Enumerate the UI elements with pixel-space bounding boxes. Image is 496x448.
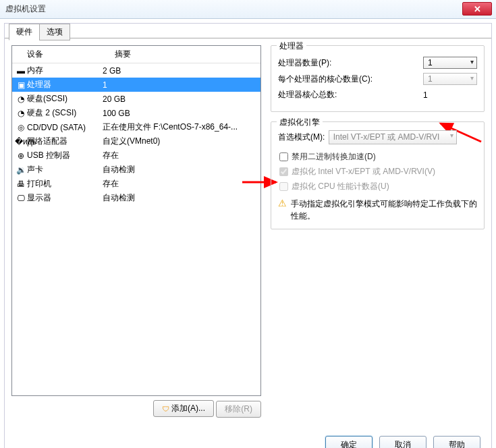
device-name: 打印机 (27, 178, 103, 190)
device-summary: 存在 (103, 150, 258, 161)
warning-text: 手动指定虚拟化引擎模式可能影响特定工作负载下的性能。 (291, 198, 477, 222)
device-icon: ▣ (15, 80, 27, 90)
col-summary: 摘要 (115, 49, 258, 60)
remove-button: 移除(R) (216, 401, 261, 418)
cpu-total-value: 1 (419, 90, 477, 100)
cancel-button[interactable]: 取消 (379, 436, 426, 448)
virtualization-group: 虚拟化引擎 首选模式(M): Intel VT-x/EPT 或 AMD-V/RV… (271, 121, 485, 229)
hardware-row[interactable]: ⊕USB 控制器存在 (12, 148, 260, 163)
hardware-row[interactable]: ◎CD/DVD (SATA)正在使用文件 F:\CentOS-7-x86_64-… (12, 120, 260, 134)
tab-options[interactable]: 选项 (39, 24, 70, 40)
device-name: CD/DVD (SATA) (27, 123, 103, 132)
cpu-count-label: 处理器数量(P): (278, 57, 423, 69)
device-summary: 20 GB (103, 94, 258, 104)
device-icon: ⊕ (15, 151, 27, 161)
device-icon: ◎ (15, 123, 27, 132)
device-name: USB 控制器 (27, 150, 103, 161)
device-name: 声卡 (27, 164, 103, 175)
dialog-body: 硬件 选项 设备 摘要 ▬内存2 GB▣处理器1◔硬盘(SCSI)20 GB◔硬… (4, 23, 492, 448)
hardware-row[interactable]: 🖵显示器自动检测 (12, 191, 260, 205)
hardware-row[interactable]: ◔硬盘(SCSI)20 GB (12, 92, 260, 106)
close-button[interactable]: ✕ (462, 2, 492, 16)
device-name: 处理器 (27, 79, 103, 90)
cpu-total-label: 处理器核心总数: (278, 89, 419, 101)
device-summary: 自动检测 (103, 192, 258, 204)
warning-row: ⚠ 手动指定虚拟化引擎模式可能影响特定工作负载下的性能。 (278, 198, 477, 222)
device-summary: 100 GB (103, 109, 258, 118)
preferred-mode-label: 首选模式(M): (278, 132, 325, 142)
device-summary: 存在 (103, 178, 258, 190)
add-button[interactable]: 🛡添加(A)... (153, 400, 214, 417)
footer-buttons: 确定 取消 帮助 (325, 436, 480, 448)
warning-icon: ⚠ (278, 198, 287, 222)
device-icon: 🔉 (15, 165, 27, 175)
device-icon: 🖵 (15, 194, 27, 203)
tab-hardware[interactable]: 硬件 (9, 24, 40, 40)
hardware-list-header: 设备 摘要 (12, 46, 260, 63)
hardware-row[interactable]: 🔉声卡自动检测 (12, 163, 260, 177)
device-name: 内存 (27, 65, 103, 76)
device-summary: 正在使用文件 F:\CentOS-7-x86_64-... (103, 121, 258, 133)
disable-binary-checkbox[interactable]: 禁用二进制转换加速(D) (279, 151, 477, 163)
device-icon: ◔ (15, 94, 27, 104)
cpu-count-select[interactable]: 1 (423, 57, 477, 69)
preferred-mode-select: Intel VT-x/EPT 或 AMD-V/RVI (329, 130, 457, 144)
device-name: 显示器 (27, 192, 103, 204)
device-icon: �идь (15, 137, 27, 146)
hardware-panel: 设备 摘要 ▬内存2 GB▣处理器1◔硬盘(SCSI)20 GB◔硬盘 2 (S… (11, 45, 261, 423)
window-title: 虚拟机设置 (5, 3, 46, 15)
hardware-list[interactable]: 设备 摘要 ▬内存2 GB▣处理器1◔硬盘(SCSI)20 GB◔硬盘 2 (S… (11, 45, 261, 396)
device-summary: 2 GB (103, 66, 258, 76)
cpu-cores-select: 1 (423, 73, 477, 85)
hardware-row[interactable]: ▣处理器1 (12, 78, 260, 92)
device-name: 硬盘(SCSI) (27, 93, 103, 105)
hardware-row[interactable]: 🖶打印机存在 (12, 177, 260, 191)
details-panel: 处理器 处理器数量(P): 1 每个处理器的核心数量(C): 1 处理器核心总数… (261, 45, 485, 423)
virtualize-vt-checkbox: 虚拟化 Intel VT-x/EPT 或 AMD-V/RVI(V) (279, 166, 477, 177)
col-device: 设备 (27, 49, 115, 60)
processor-group-title: 处理器 (277, 40, 306, 52)
shield-icon: 🛡 (162, 405, 169, 413)
virtualization-group-title: 虚拟化引擎 (277, 117, 323, 128)
tab-bar: 硬件 选项 (9, 23, 70, 40)
virtualize-counters-checkbox: 虚拟化 CPU 性能计数器(U) (279, 181, 477, 192)
ok-button[interactable]: 确定 (325, 436, 373, 448)
hardware-row[interactable]: �идь网络适配器自定义(VMnet0) (12, 134, 260, 148)
hardware-row[interactable]: ◔硬盘 2 (SCSI)100 GB (12, 106, 260, 120)
hardware-row[interactable]: ▬内存2 GB (12, 63, 260, 78)
device-icon: 🖶 (15, 179, 27, 189)
device-name: 网络适配器 (27, 136, 103, 147)
device-icon: ▬ (15, 66, 27, 76)
device-summary: 自动检测 (103, 164, 258, 175)
device-name: 硬盘 2 (SCSI) (27, 107, 103, 119)
help-button[interactable]: 帮助 (433, 436, 480, 448)
device-summary: 自定义(VMnet0) (103, 136, 258, 147)
processor-group: 处理器 处理器数量(P): 1 每个处理器的核心数量(C): 1 处理器核心总数… (271, 45, 485, 112)
device-icon: ◔ (15, 109, 27, 118)
cpu-cores-label: 每个处理器的核心数量(C): (278, 74, 423, 85)
device-summary: 1 (103, 80, 258, 90)
titlebar: 虚拟机设置 ✕ (0, 0, 496, 19)
